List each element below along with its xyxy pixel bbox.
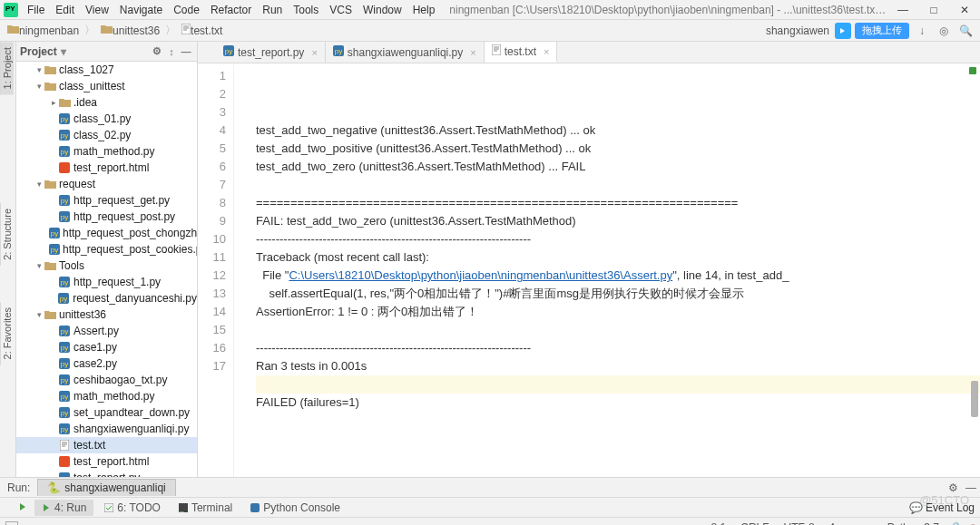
project-tool-tab[interactable]: 1: Project: [0, 42, 14, 94]
inspection-indicator-icon[interactable]: [969, 67, 976, 74]
tree-node[interactable]: pyclass_02.py: [16, 127, 197, 143]
close-tab-icon[interactable]: ×: [540, 46, 549, 57]
code-line[interactable]: ----------------------------------------…: [256, 230, 980, 248]
inspector-icon[interactable]: ◔: [965, 521, 980, 526]
breadcrumb-item[interactable]: ningmenban: [4, 24, 83, 37]
editor-tab[interactable]: pytest_report.py×: [216, 42, 326, 63]
run-config-selector[interactable]: shangxiawen: [766, 24, 831, 37]
tree-node[interactable]: pyhttp_request_post.py: [16, 209, 197, 225]
caret-position[interactable]: 8:1: [704, 521, 734, 526]
tool-hide-icon[interactable]: —: [962, 479, 980, 497]
line-separator[interactable]: CRLF: [733, 521, 776, 526]
tree-node[interactable]: pyhttp_request_get.py: [16, 192, 197, 209]
tree-node[interactable]: pyclass_01.py: [16, 111, 197, 127]
menu-edit[interactable]: Edit: [50, 1, 80, 19]
minimize-button[interactable]: —: [887, 0, 918, 20]
tree-node[interactable]: ▾unittest36: [16, 306, 197, 323]
breadcrumb-item[interactable]: test.txt: [178, 24, 226, 37]
menu-code[interactable]: Code: [168, 1, 205, 19]
tree-node[interactable]: ▸.idea: [16, 94, 197, 111]
close-button[interactable]: ✕: [949, 0, 980, 20]
code-line[interactable]: test_add_two_positive (unittest36.Assert…: [256, 140, 980, 158]
code-editor[interactable]: 1234567891011121314151617 test_add_two_n…: [198, 63, 980, 477]
tree-node[interactable]: test_report.html: [16, 453, 197, 470]
code-body[interactable]: test_add_two_negative (unittest36.Assert…: [234, 63, 980, 477]
code-line[interactable]: [256, 321, 980, 339]
tree-node[interactable]: pymath_method.py: [16, 388, 197, 404]
tree-node[interactable]: pyset_upandtear_down.py: [16, 404, 197, 421]
code-line[interactable]: Ran 3 tests in 0.001s: [256, 357, 980, 375]
scrollbar-thumb[interactable]: [971, 381, 978, 417]
vcs-update-icon[interactable]: ↓: [913, 22, 931, 40]
tree-node[interactable]: pyhttp_request_post_chongzhi.py: [16, 225, 197, 241]
run-arrow-icon[interactable]: [18, 501, 31, 514]
interpreter-info[interactable]: Python 3.7: [880, 521, 946, 526]
menu-tools[interactable]: Tools: [288, 1, 324, 19]
code-line[interactable]: [256, 412, 980, 430]
tree-node[interactable]: pycase2.py: [16, 355, 197, 372]
project-tree[interactable]: ▾class_1027▾class_unittest▸.ideapyclass_…: [16, 62, 197, 477]
bottom-tab-todo[interactable]: 6: TODO: [97, 500, 168, 516]
editor-tab[interactable]: pyshangxiawenguanliqi.py×: [326, 42, 485, 63]
bottom-tab-terminal[interactable]: _Terminal: [172, 500, 240, 516]
tree-node[interactable]: ▾class_unittest: [16, 78, 197, 94]
close-tab-icon[interactable]: ×: [308, 47, 317, 58]
file-encoding[interactable]: UTF-8: [777, 521, 822, 526]
code-line[interactable]: AssertionError: 1 != 0 : 两个0相加出错了！: [256, 303, 980, 321]
code-line[interactable]: FAIL: test_add_two_zero (unittest36.Asse…: [256, 212, 980, 230]
maximize-button[interactable]: □: [918, 0, 949, 20]
tree-twisty-icon[interactable]: ▸: [49, 98, 58, 107]
tree-node[interactable]: pyceshibaogao_txt.py: [16, 372, 197, 388]
gear-icon[interactable]: ⚙: [150, 45, 164, 57]
tree-node[interactable]: ▾Tools: [16, 258, 197, 274]
menu-view[interactable]: View: [80, 1, 114, 19]
tree-node[interactable]: pycase1.py: [16, 339, 197, 355]
lock-icon[interactable]: 🔒: [946, 521, 965, 526]
code-line[interactable]: test_add_two_zero (unittest36.Assert.Tes…: [256, 158, 980, 176]
code-line[interactable]: self.assertEqual(1, res,"两个0相加出错了！")#断言里…: [256, 285, 980, 303]
locate-icon[interactable]: ◎: [935, 22, 953, 40]
tool-settings-icon[interactable]: ⚙: [944, 479, 962, 497]
status-square-icon[interactable]: [5, 521, 18, 526]
menu-refactor[interactable]: Refactor: [205, 1, 257, 19]
tree-twisty-icon[interactable]: ▾: [34, 82, 44, 91]
run-config-tab[interactable]: 🐍 shangxiawenguanliqi: [37, 479, 175, 496]
code-line[interactable]: test_add_two_negative (unittest36.Assert…: [256, 122, 980, 140]
tree-node[interactable]: pyshangxiawenguanliqi.py: [16, 421, 197, 437]
code-line[interactable]: ----------------------------------------…: [256, 339, 980, 357]
menu-window[interactable]: Window: [358, 1, 407, 19]
editor-tab[interactable]: test.txt×: [485, 42, 558, 63]
tree-twisty-icon[interactable]: ▾: [34, 65, 44, 74]
close-tab-icon[interactable]: ×: [466, 47, 475, 58]
tree-node[interactable]: pytest_report.py: [16, 470, 197, 477]
menu-help[interactable]: Help: [407, 1, 441, 19]
search-icon[interactable]: 🔍: [956, 22, 975, 40]
upload-button[interactable]: 拖拽上传: [855, 23, 909, 39]
tree-node[interactable]: ▾class_1027: [16, 62, 197, 78]
menu-run[interactable]: Run: [257, 1, 288, 19]
code-line[interactable]: ========================================…: [256, 194, 980, 212]
indent-info[interactable]: 4 spaces: [822, 521, 880, 526]
menu-vcs[interactable]: VCS: [324, 1, 358, 19]
tree-node[interactable]: pyhttp_request_post_cookies.py: [16, 241, 197, 258]
tree-twisty-icon[interactable]: ▾: [34, 261, 44, 270]
hide-icon[interactable]: —: [179, 46, 193, 57]
code-line[interactable]: Traceback (most recent call last):: [256, 248, 980, 267]
tree-node[interactable]: pyrequest_danyuanceshi.py: [16, 290, 197, 306]
code-line[interactable]: File "C:\Users\18210\Desktop\python\jiao…: [256, 267, 980, 285]
tree-twisty-icon[interactable]: ▾: [34, 180, 44, 189]
tree-node[interactable]: test.txt: [16, 437, 197, 453]
tree-node[interactable]: test_report.html: [16, 160, 197, 176]
tree-node[interactable]: pyAssert.py: [16, 323, 197, 339]
tree-node[interactable]: pyhttp_request_1.py: [16, 274, 197, 290]
collapse-icon[interactable]: ↕: [164, 46, 179, 57]
tree-node[interactable]: ▾request: [16, 176, 197, 192]
bottom-tab-pythonconsole[interactable]: Python Console: [243, 500, 348, 516]
structure-tool-tab[interactable]: 2: Structure: [0, 203, 14, 266]
favorites-tool-tab[interactable]: 2: Favorites: [0, 302, 14, 365]
code-line[interactable]: [256, 176, 980, 194]
menu-navigate[interactable]: Navigate: [114, 1, 168, 19]
tree-twisty-icon[interactable]: ▾: [34, 310, 44, 319]
code-line[interactable]: [256, 375, 980, 394]
breadcrumb-item[interactable]: unittest36: [97, 24, 163, 37]
